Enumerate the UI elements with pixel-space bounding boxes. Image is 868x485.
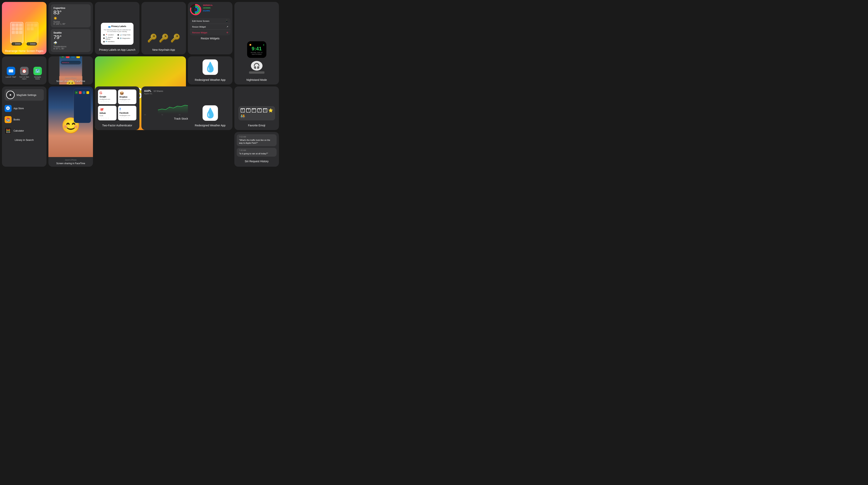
watch-date: Monday, June 22 — [249, 52, 264, 54]
privacy-modal-title: Privacy Labels — [111, 25, 126, 27]
delete-btn-1[interactable]: Delete — [15, 43, 21, 45]
shortcut-alarm[interactable]: ⏰ Turn on 8am Alarm — [18, 67, 30, 80]
facebook-service: Facebook — [120, 112, 135, 114]
weather-temp-1: 83° — [54, 9, 88, 16]
card-facetime: 📹 350/500CAL 😊 Screen sharing in FaceTim… — [49, 56, 93, 85]
appstore-icon: 🅐 — [5, 105, 11, 112]
phone-icon: 📱 — [225, 20, 228, 22]
shortcuts-grid: ✉️ Launch "Mail" ⏰ Turn on 8am Alarm 🗺️ … — [5, 67, 43, 80]
facetime-bg: 📹 😊 — [49, 86, 93, 157]
dropbox-email: tim@apple.com — [120, 98, 135, 100]
facetime-label: Screen sharing in FaceTime — [49, 80, 93, 83]
privacy-label: Privacy Labels on App Launch — [99, 48, 135, 51]
weather-icon-2: ⛈️ — [54, 41, 88, 45]
tfa-google[interactable]: G Google tim@gmail.com • • • • • • — [98, 90, 117, 104]
library-label: Library in Search — [5, 139, 44, 142]
card-facetime-row3: 📹 😊 Jason's iPhone Screen sharing in Fac… — [49, 86, 93, 167]
resize-label: Resize Widgets — [201, 37, 219, 40]
card-weather-app: 💧 Redesigned Weather App — [188, 56, 232, 85]
dropbox-service: Dropbox — [120, 96, 135, 98]
card-keychain: 🔑 🔑 🔑 New Keychain App — [142, 2, 186, 54]
google-logo: G — [99, 91, 115, 95]
tfa-dropbox[interactable]: 📦 Dropbox tim@apple.com • • • • • • — [118, 90, 136, 104]
google-email: tim@gmail.com — [99, 98, 115, 100]
siri-text-2: "Is it going to rain at all today?" — [239, 152, 274, 155]
siri-msg-2: 7:45 AM "Is it going to rain at all toda… — [237, 148, 277, 157]
tfa-grid: G Google tim@gmail.com • • • • • • 📦 Dro… — [98, 90, 136, 120]
facetime-phone-name-2: Jason's iPhone — [49, 159, 93, 161]
rearrange-label: Rearrange Home Screen Pages — [5, 50, 43, 53]
github-dots: • • • • • • — [99, 117, 115, 119]
airpods-icon: 🎧 — [251, 61, 262, 70]
sidebar-calculator[interactable]: 🧮 Calculator — [5, 126, 44, 135]
card-rearrange: ✓ Delete ✓ Delete Rearrange — [2, 2, 46, 54]
card-resize: 350/500CAL 15/30MIN 4/12HRS Edit Home Sc… — [188, 2, 232, 54]
siri-msg-1: 7:53 AM "What's the traffic look like on… — [237, 134, 277, 146]
card-weather-app-2: 💧 Redesigned Weather App — [188, 86, 232, 130]
card-weather: Cupertino 83° ☀️ Sunrise H: 100° L: 80° … — [49, 2, 93, 54]
stock-symbol: AAPL — [144, 89, 151, 92]
charging-pad — [249, 71, 265, 74]
ring-hrs: 4/12HRS — [203, 9, 213, 12]
mail-icon: ✉️ — [7, 67, 15, 75]
weather-city-2: Seattle — [54, 31, 88, 34]
card-nightstand: 📶▮ 9:41 Monday, June 22 Alarm 8:00AM 🎧 N… — [235, 2, 279, 85]
key-icon-3: 🔑 — [170, 33, 180, 43]
siri-time-1: 7:53 AM — [239, 136, 274, 138]
ctx-remove[interactable]: Remove Widget ⊖ — [190, 30, 230, 35]
ring-cal: 350/500CAL — [203, 4, 213, 6]
github-service: Github — [99, 112, 115, 114]
dropbox-dots: • • • • • • — [120, 101, 135, 103]
weather-temp-2: 79° — [54, 34, 88, 40]
stock-company: Apple Inc. — [144, 93, 163, 95]
tfa-facebook[interactable]: f Facebook tim@apple.com • • • • • • — [118, 106, 136, 120]
shortcut-maps-label: Navigate Home — [32, 76, 43, 80]
google-service: Google — [99, 96, 115, 98]
stock-shares: 10 Shares — [154, 90, 163, 92]
watch-alarm: Alarm 8:00AM — [249, 54, 264, 55]
watch-display: 📶▮ 9:41 Monday, June 22 Alarm 8:00AM — [247, 41, 267, 58]
tfa-github[interactable]: 🐙 Github tcook • • • • • • — [98, 106, 117, 120]
emoji-label: Favorite Emoji — [248, 124, 265, 127]
github-email: tcook — [99, 115, 115, 117]
siri-time-2: 7:45 AM — [239, 149, 274, 151]
sidebar-appstore[interactable]: 🅐 App Store — [5, 104, 44, 113]
key-icon-1: 🔑 — [147, 33, 157, 43]
card-sidebar-apps: MagSafe Settings 🅐 App Store 📚 Books 🧮 C… — [2, 86, 46, 167]
weather-city-1: Cupertino — [54, 6, 88, 9]
ctx-edit-label: Edit Home Screen — [192, 20, 209, 22]
resize-icon: ↗ — [226, 26, 228, 28]
shortcut-maps[interactable]: 🗺️ Navigate Home — [32, 67, 43, 80]
card-emoji: 👨‍👩‍👧 👩‍👩‍👦 👨‍👩‍👦 👩‍👩‍👧 👨‍👩‍👧‍👦 ⭐ 🧑‍🤝‍🧑 … — [235, 86, 279, 130]
appstore-label: App Store — [13, 107, 24, 110]
card-privacy: 👥 Privacy Labels The following data may … — [95, 2, 140, 54]
remove-icon: ⊖ — [226, 31, 228, 34]
facetime-phone-pip: 📹 — [74, 88, 91, 123]
books-icon: 📚 — [5, 116, 11, 123]
github-logo: 🐙 — [99, 107, 115, 112]
ctx-resize-label: Resize Widget — [192, 26, 206, 28]
emoji-container: 👨‍👩‍👧 👩‍👩‍👦 👨‍👩‍👦 👩‍👩‍👧 👨‍👩‍👧‍👦 ⭐ 🧑‍🤝‍🧑 — [239, 106, 275, 120]
activity-rings-svg — [190, 4, 202, 16]
delete-btn-2[interactable]: Delete — [30, 43, 36, 45]
watch-time: 9:41 — [249, 46, 264, 52]
siri-text-1: "What's the traffic look like on the way… — [239, 139, 274, 145]
ctx-edit[interactable]: Edit Home Screen 📱 — [190, 18, 230, 24]
dropbox-logo: 📦 — [120, 91, 135, 95]
facetime-label-2: Screen sharing in FaceTime — [49, 162, 93, 165]
shortcut-mail-label: Launch "Mail" — [6, 76, 16, 78]
magsafe-item[interactable]: MagSafe Settings — [5, 89, 44, 101]
privacy-modal: 👥 Privacy Labels The following data may … — [101, 23, 133, 45]
ctx-resize[interactable]: Resize Widget ↗ — [190, 24, 230, 30]
magsafe-icon — [6, 91, 15, 99]
context-menu: Edit Home Screen 📱 Resize Widget ↗ Remov… — [190, 18, 230, 35]
sidebar-books[interactable]: 📚 Books — [5, 115, 44, 124]
siri-label: Siri Request History — [245, 160, 269, 163]
ctx-remove-label: Remove Widget — [192, 31, 207, 34]
shortcut-mail[interactable]: ✉️ Launch "Mail" — [5, 67, 17, 80]
keychain-label: New Keychain App — [152, 48, 175, 51]
weather-app-icon: 💧 — [203, 59, 218, 75]
card-2fa: G Google tim@gmail.com • • • • • • 📦 Dro… — [95, 86, 140, 130]
emoji-row-2: 🧑‍🤝‍🧑 — [240, 114, 273, 118]
clock-icon: ⏰ — [20, 67, 29, 75]
